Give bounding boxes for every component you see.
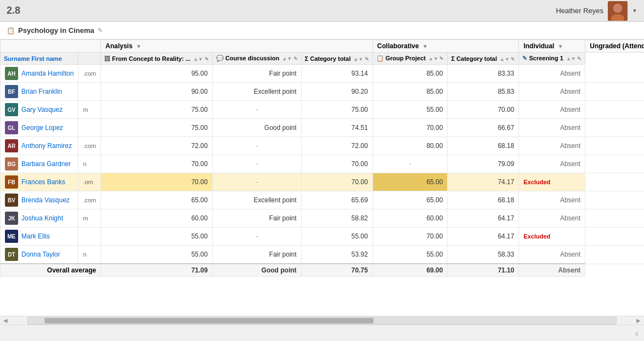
discussion-cell: Fair point	[212, 65, 301, 83]
table-row: BF Brian Franklin 90.00Excellent point90…	[1, 83, 645, 101]
student-name-link[interactable]: Gary Vasquez	[21, 106, 63, 113]
nav-up-icon[interactable]: ⬨	[634, 328, 640, 338]
concept-cell: 90.00	[101, 83, 212, 101]
individual-category-header: Individual ▼	[519, 40, 585, 53]
horizontal-scrollbar[interactable]	[27, 317, 617, 325]
student-name-link[interactable]: Anthony Ramirez	[21, 142, 72, 150]
table-row: BG Barbara Gardner n70.00-70.00-79.09Abs…	[1, 155, 645, 173]
student-name-link[interactable]: Frances Banks	[21, 178, 65, 186]
screening1-cell: Absent	[519, 83, 585, 101]
collab-total-cell: 66.67	[448, 119, 519, 137]
group-project-sort-icons[interactable]: ▲▼ ✎	[428, 56, 444, 61]
screening1-cell: Absent	[519, 119, 585, 137]
scroll-right-arrow[interactable]: ▶	[633, 317, 644, 323]
avatar: BV	[5, 194, 18, 207]
table-row: DT Donna Taylor n55.00Fair point53.9255.…	[1, 246, 645, 264]
overall-group-project: 69.00	[372, 264, 448, 277]
email-cell	[78, 119, 101, 137]
col-analysis-total[interactable]: Σ Category total ▲▼ ✎	[301, 53, 372, 65]
scrollbar-thumb[interactable]	[44, 318, 374, 323]
user-dropdown-arrow[interactable]: ▼	[632, 8, 637, 14]
individual-category-icon[interactable]: ▼	[558, 43, 563, 49]
overall-screening1: Absent	[519, 264, 585, 277]
collab-total-cell: 64.17	[448, 209, 519, 228]
analysis-category-icon[interactable]: ▼	[136, 43, 142, 49]
collaborative-category-header: Collaborative ▼	[372, 40, 519, 53]
avatar: ME	[5, 230, 18, 243]
overall-average-row: Overall average 71.09 Good point 70.75 6…	[1, 264, 645, 277]
group-project-cell: 70.00	[372, 228, 448, 246]
collab-total-cell: 74.17	[448, 173, 519, 191]
user-avatar	[608, 1, 628, 21]
grades-table-wrapper[interactable]: Analysis ▼ Collaborative ▼ Individual ▼ …	[0, 39, 644, 316]
user-name: Heather Reyes	[556, 7, 603, 15]
footer-area: ⬨	[0, 325, 644, 341]
student-name-cell: ME Mark Ellis	[1, 228, 78, 246]
screening1-cell: Absent	[519, 191, 585, 209]
email-cell: n	[78, 246, 101, 264]
group-project-cell: 70.00	[372, 119, 448, 137]
col-group-project[interactable]: 📋 Group Project ▲▼ ✎	[372, 53, 448, 65]
student-name-link[interactable]: Brian Franklin	[21, 88, 62, 95]
scroll-left-arrow[interactable]: ◀	[0, 317, 11, 323]
analysis-total-sort-icons[interactable]: ▲▼ ✎	[353, 56, 369, 62]
discussion-cell: Fair point	[212, 209, 301, 228]
analysis-total-cell: 90.20	[301, 83, 372, 101]
concept-cell: 70.00	[101, 173, 212, 191]
category-header-row: Analysis ▼ Collaborative ▼ Individual ▼ …	[1, 40, 645, 53]
discussion-sort-icons[interactable]: ▲▼ ✎	[282, 56, 297, 61]
email-cell	[78, 228, 101, 246]
student-name-link[interactable]: Donna Taylor	[21, 251, 60, 258]
concept-cell: 75.00	[101, 101, 212, 119]
avatar: JK	[5, 212, 18, 225]
screening1-cell: Absent	[519, 209, 585, 228]
col-screening1[interactable]: ✎ Screening 1 ▲▼ ✎	[519, 53, 585, 65]
concept-sort-icons[interactable]: ▲▼ ✎	[193, 56, 208, 62]
email-cell: m	[78, 209, 101, 228]
col-surname-firstname[interactable]: Surname First name	[1, 53, 78, 65]
student-name-link[interactable]: Joshua Knight	[21, 214, 63, 222]
horizontal-scrollbar-area[interactable]: ◀ ▶	[0, 316, 644, 325]
collab-total-cell: 70.00	[448, 101, 519, 119]
table-row: FB Frances Banks .om70.00-70.0065.0074.1…	[1, 173, 645, 191]
table-row: BV Brenda Vasquez .com65.00Excellent poi…	[1, 191, 645, 209]
avatar: FB	[5, 175, 18, 189]
group-project-cell: 85.00	[372, 65, 448, 83]
analysis-total-cell: 75.00	[301, 101, 372, 119]
screening1-sort-icons[interactable]: ▲▼ ✎	[566, 56, 581, 61]
student-name-link[interactable]: Brenda Vasquez	[21, 196, 70, 204]
table-row: AR Anthony Ramirez .com72.00-72.0080.006…	[1, 137, 645, 155]
group-project-cell: 65.00	[372, 191, 448, 209]
student-name-link[interactable]: George Lopez	[21, 124, 63, 132]
concept-cell: 95.00	[101, 65, 212, 83]
col-from-concept[interactable]: 🖼 From Concept to Reality: ... ▲▼ ✎	[101, 53, 212, 65]
student-name-link[interactable]: Barbara Gardner	[21, 160, 71, 168]
analysis-category-header: Analysis ▼	[101, 40, 372, 53]
discussion-cell: Fair point	[212, 246, 301, 264]
avatar: AR	[5, 139, 18, 152]
course-icon: 📋	[7, 27, 15, 35]
analysis-total-cell: 58.82	[301, 209, 372, 228]
email-cell: m	[78, 101, 101, 119]
excluded-cell: Excluded	[519, 173, 585, 191]
email-cell: .com	[78, 137, 101, 155]
discussion-cell: -	[212, 101, 301, 119]
col-course-discussion[interactable]: 💬 Course discussion ▲▼ ✎	[212, 53, 301, 65]
collaborative-category-icon[interactable]: ▼	[422, 43, 428, 49]
collab-total-cell: 68.18	[448, 137, 519, 155]
col-collab-total[interactable]: Σ Category total ▲▼ ✎	[448, 53, 519, 65]
discussion-cell: Excellent point	[212, 83, 301, 101]
student-name-link[interactable]: Mark Ellis	[21, 232, 50, 240]
course-header: 📋 Psychology in Cinema ✎	[0, 22, 644, 39]
screening1-cell: Absent	[519, 65, 585, 83]
email-cell: .com	[78, 65, 101, 83]
course-edit-icon[interactable]: ✎	[98, 27, 103, 34]
concept-cell: 55.00	[101, 246, 212, 264]
overall-discussion: Good point	[212, 264, 301, 277]
table-row: ME Mark Ellis 55.00-55.0070.0064.17Exclu…	[1, 228, 645, 246]
discussion-cell: -	[212, 137, 301, 155]
student-name-link[interactable]: Amanda Hamilton	[21, 70, 74, 77]
user-menu[interactable]: Heather Reyes ▼	[556, 1, 637, 21]
analysis-total-cell: 55.00	[301, 228, 372, 246]
collab-total-sort-icons[interactable]: ▲▼ ✎	[500, 56, 515, 62]
